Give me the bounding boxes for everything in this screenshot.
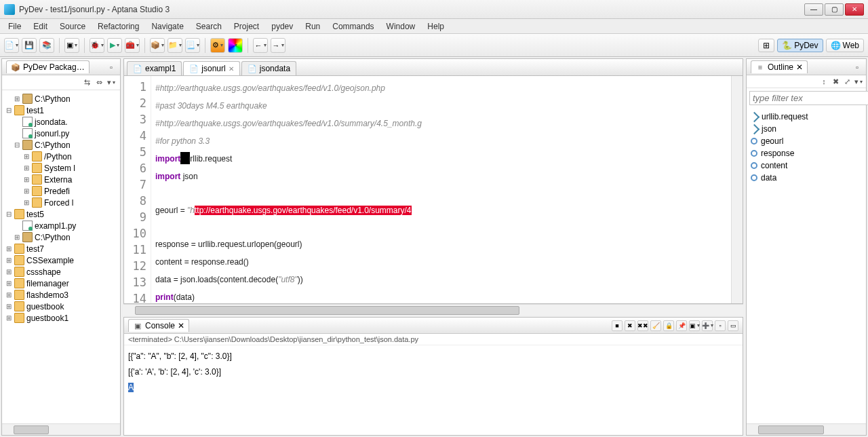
close-tab-icon[interactable]: ✕ (796, 62, 803, 72)
tree-item[interactable]: ⊞ Forced l (3, 197, 119, 208)
package-explorer-tab[interactable]: 📦 PyDev Packag… (6, 60, 90, 73)
theme-button[interactable] (228, 38, 243, 53)
remove-all-button[interactable]: ✖✖ (637, 320, 648, 331)
expand-icon[interactable]: ⤢ (842, 77, 852, 86)
outline-menu-icon[interactable]: ▾ (854, 77, 863, 86)
close-tab-icon[interactable]: ✕ (229, 65, 234, 73)
tree-item[interactable]: ⊟ test1 (3, 104, 119, 116)
tree-item[interactable]: ⊞ guestbook (3, 301, 119, 312)
scroll-lock-button[interactable]: 🔒 (663, 320, 674, 331)
forward-button[interactable]: → (271, 38, 285, 53)
tree-item[interactable]: ⊞ /Python (3, 151, 119, 162)
twisty-icon[interactable]: ⊞ (5, 256, 12, 264)
save-all-button[interactable]: 📚 (39, 38, 54, 53)
menu-pydev[interactable]: pydev (266, 20, 298, 33)
tree-item[interactable]: ⊟ C:\Python (3, 139, 119, 151)
external-tools-button[interactable]: 🧰 (125, 38, 140, 53)
twisty-icon[interactable]: ⊞ (5, 245, 12, 252)
menu-search[interactable]: Search (191, 20, 227, 33)
twisty-icon[interactable]: ⊞ (5, 303, 12, 310)
commands-button[interactable]: ⚙ (210, 38, 225, 53)
twisty-icon[interactable]: ⊞ (22, 164, 30, 172)
code-editor[interactable]: 1234567891011121314 #http://earthquake.u… (123, 75, 743, 304)
collapse-icon[interactable]: ✖ (831, 77, 840, 86)
outline-item[interactable]: content (748, 159, 865, 172)
twisty-icon[interactable]: ⊟ (5, 107, 12, 114)
h-scrollbar[interactable] (747, 423, 866, 435)
minimize-button[interactable]: — (804, 3, 823, 16)
tab-jsonurl[interactable]: 📄jsonurl ✕ (183, 61, 239, 75)
sort-icon[interactable]: ↕ (819, 77, 829, 86)
perspective-pydev[interactable]: 🐍 PyDev (777, 39, 823, 52)
h-scrollbar[interactable] (2, 423, 120, 435)
menu-project[interactable]: Project (229, 20, 264, 33)
collapse-all-icon[interactable]: ⇆ (82, 78, 92, 88)
view-menu-icon[interactable]: ▾ (106, 78, 116, 88)
twisty-icon[interactable]: ⊞ (22, 153, 30, 160)
outline-item[interactable]: urllib.request (748, 111, 865, 123)
menu-navigate[interactable]: Navigate (146, 20, 189, 33)
maximize-button[interactable]: ▢ (825, 3, 844, 16)
tree-item[interactable]: ⊞ guestbook1 (3, 312, 119, 324)
outline-tab[interactable]: ≡ Outline ✕ (751, 60, 808, 73)
menu-commands[interactable]: Commands (327, 20, 379, 33)
twisty-icon[interactable]: ⊞ (5, 314, 12, 322)
twisty-icon[interactable]: ⊟ (13, 141, 20, 149)
outline-item[interactable]: geourl (748, 135, 865, 147)
code-area[interactable]: #http://earthquake.usgs.gov/earthquakes/… (151, 76, 731, 303)
minimize-panel-icon[interactable]: ▫ (852, 62, 862, 72)
debug-button[interactable]: 🐞 (90, 38, 104, 53)
twisty-icon[interactable]: ⊞ (5, 268, 12, 276)
twisty-icon[interactable]: ⊞ (22, 176, 30, 183)
console-tab[interactable]: ▣ Console ✕ (128, 319, 189, 332)
run-button[interactable]: ▶ (107, 38, 122, 53)
minimize-console-button[interactable]: ▫ (715, 320, 726, 331)
display-console-button[interactable]: ▣ (689, 320, 700, 331)
v-scrollbar[interactable] (731, 76, 743, 303)
link-editor-icon[interactable]: ⇔ (94, 78, 104, 88)
twisty-icon[interactable]: ⊞ (13, 95, 20, 102)
h-scrollbar[interactable] (123, 304, 743, 316)
menu-source[interactable]: Source (54, 20, 91, 33)
tree-item[interactable]: ⊞ cssshape (3, 266, 119, 278)
tree-item[interactable]: ⊞ flashdemo3 (3, 289, 119, 301)
twisty-icon[interactable]: ⊞ (22, 187, 30, 195)
new-module-button[interactable]: 📃 (185, 38, 200, 53)
tree-item[interactable]: ⊞ filemanager (3, 278, 119, 289)
outline-filter-input[interactable] (749, 91, 868, 105)
menu-edit[interactable]: Edit (28, 20, 53, 33)
package-tree[interactable]: ⊞ C:\Python ⊟ test1 jsondata. jsonurl.py… (2, 90, 120, 423)
tab-jsondata[interactable]: 📄jsondata (241, 61, 296, 75)
tree-item[interactable]: ⊞ C:\Python (3, 231, 119, 243)
menu-file[interactable]: File (3, 20, 26, 33)
tree-item[interactable]: ⊞ System l (3, 162, 119, 174)
open-console-button[interactable]: ➕ (702, 320, 713, 331)
save-button[interactable]: 💾 (22, 38, 37, 53)
twisty-icon[interactable]: ⊞ (22, 199, 30, 206)
pin-console-button[interactable]: 📌 (676, 320, 687, 331)
outline-item[interactable]: data (748, 172, 865, 184)
new-project-button[interactable]: 📦 (150, 38, 165, 53)
tab-exampl1[interactable]: 📄exampl1 (127, 61, 182, 75)
menu-help[interactable]: Help (422, 20, 450, 33)
tree-item[interactable]: ⊞ CSSexample (3, 254, 119, 266)
terminal-button[interactable]: ▣ (64, 38, 79, 53)
tree-item[interactable]: exampl1.py (3, 220, 119, 231)
minimize-panel-icon[interactable]: ▫ (106, 62, 116, 72)
remove-launch-button[interactable]: ✖ (625, 320, 635, 331)
maximize-console-button[interactable]: ▭ (728, 320, 738, 331)
new-folder-button[interactable]: 📁 (167, 38, 182, 53)
menu-run[interactable]: Run (300, 20, 326, 33)
new-button[interactable]: 📄 (4, 38, 19, 53)
twisty-icon[interactable]: ⊞ (5, 291, 12, 299)
tree-item[interactable]: ⊞ Externa (3, 174, 119, 185)
terminate-button[interactable]: ■ (612, 320, 623, 331)
outline-item[interactable]: json (748, 123, 865, 135)
twisty-icon[interactable]: ⊞ (13, 233, 20, 241)
tree-item[interactable]: jsondata. (3, 116, 119, 128)
menu-refactoring[interactable]: Refactoring (92, 20, 144, 33)
clear-console-button[interactable]: 🧹 (650, 320, 661, 331)
tree-item[interactable]: ⊞ test7 (3, 243, 119, 254)
close-button[interactable]: ✕ (845, 3, 864, 16)
tree-item[interactable]: ⊞ C:\Python (3, 93, 119, 104)
